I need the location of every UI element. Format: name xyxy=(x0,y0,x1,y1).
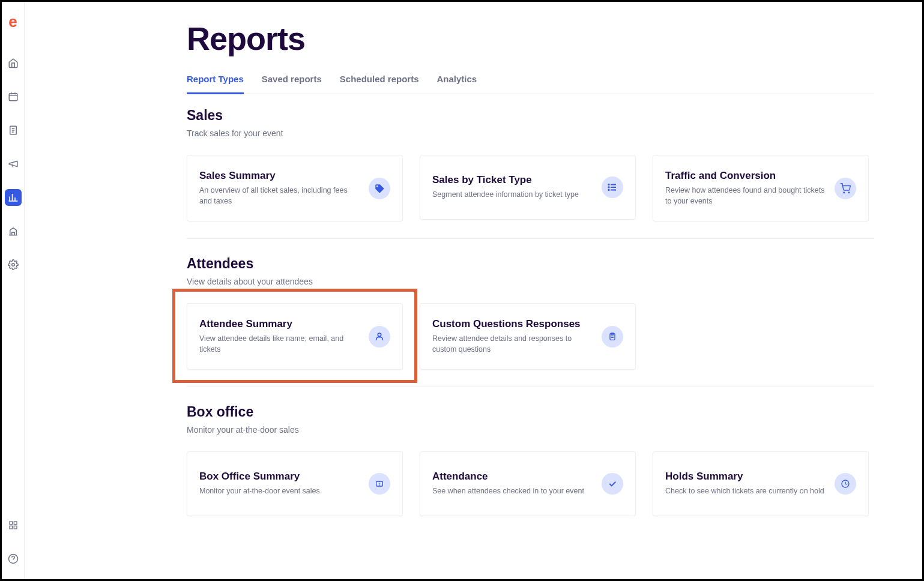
section-sales: Sales Track sales for your event Sales S… xyxy=(187,107,874,239)
card-desc: Check to see which tickets are currently… xyxy=(665,486,825,497)
svg-point-2 xyxy=(11,263,14,266)
page-title: Reports xyxy=(187,20,874,57)
list-icon xyxy=(602,176,623,198)
svg-rect-5 xyxy=(10,526,13,529)
main-content: Reports Report Types Saved reports Sched… xyxy=(187,20,874,550)
card-box-office-summary[interactable]: Box Office Summary Monitor your at-the-d… xyxy=(187,451,403,516)
clipboard-icon xyxy=(602,326,623,348)
svg-rect-3 xyxy=(10,522,13,525)
svg-point-9 xyxy=(608,187,609,188)
card-desc: An overview of all ticket sales, includi… xyxy=(199,185,359,206)
check-icon xyxy=(602,473,623,495)
section-sales-title: Sales xyxy=(187,107,874,124)
svg-rect-6 xyxy=(14,526,17,529)
tab-report-types[interactable]: Report Types xyxy=(187,74,244,94)
card-title: Sales by Ticket Type xyxy=(432,174,592,186)
card-title: Traffic and Conversion xyxy=(665,170,825,182)
tag-icon xyxy=(369,178,390,199)
card-desc: Monitor your at-the-door event sales xyxy=(199,486,359,497)
svg-point-13 xyxy=(378,333,381,336)
card-attendance[interactable]: Attendance See when attendees checked in… xyxy=(420,451,636,516)
section-boxoffice-subtitle: Monitor your at-the-door sales xyxy=(187,425,874,435)
section-sales-subtitle: Track sales for your event xyxy=(187,128,874,138)
nav-finance-icon[interactable] xyxy=(5,223,22,239)
nav-marketing-icon[interactable] xyxy=(5,155,22,172)
card-custom-questions[interactable]: Custom Questions Responses Review attend… xyxy=(420,303,636,370)
tab-saved-reports[interactable]: Saved reports xyxy=(262,74,322,94)
card-desc: Segment attendee information by ticket t… xyxy=(432,190,592,200)
sidebar: e xyxy=(2,2,25,579)
nav-help-icon[interactable] xyxy=(5,550,22,567)
card-desc: Review attendee details and responses to… xyxy=(432,334,592,355)
nav-calendar-icon[interactable] xyxy=(5,88,22,105)
card-holds-summary[interactable]: Holds Summary Check to see which tickets… xyxy=(653,451,869,516)
tab-scheduled-reports[interactable]: Scheduled reports xyxy=(340,74,419,94)
tab-bar: Report Types Saved reports Scheduled rep… xyxy=(187,74,874,94)
card-traffic-conversion[interactable]: Traffic and Conversion Review how attend… xyxy=(653,155,869,221)
nav-apps-icon[interactable] xyxy=(5,517,22,534)
cart-icon xyxy=(835,178,856,199)
card-sales-summary[interactable]: Sales Summary An overview of all ticket … xyxy=(187,155,403,221)
section-attendees-title: Attendees xyxy=(187,256,874,272)
section-attendees-subtitle: View details about your attendees xyxy=(187,277,874,286)
card-desc: View attendee details like name, email, … xyxy=(199,334,359,355)
clock-icon xyxy=(835,473,856,495)
card-title: Attendance xyxy=(432,471,592,483)
card-title: Custom Questions Responses xyxy=(432,318,592,330)
svg-point-11 xyxy=(844,192,845,193)
section-boxoffice: Box office Monitor your at-the-door sale… xyxy=(187,404,874,533)
card-title: Box Office Summary xyxy=(199,471,359,483)
nav-home-icon[interactable] xyxy=(5,55,22,71)
svg-rect-4 xyxy=(14,522,17,525)
card-title: Sales Summary xyxy=(199,170,359,182)
tab-analytics[interactable]: Analytics xyxy=(437,74,477,94)
card-desc: Review how attendees found and bought ti… xyxy=(665,185,825,206)
svg-point-10 xyxy=(608,190,609,191)
section-attendees: Attendees View details about your attend… xyxy=(187,256,874,387)
card-title: Attendee Summary xyxy=(199,318,359,330)
nav-reports-icon[interactable] xyxy=(5,189,22,206)
nav-orders-icon[interactable] xyxy=(5,122,22,139)
svg-point-8 xyxy=(608,184,609,185)
card-desc: See when attendees checked in to your ev… xyxy=(432,486,592,497)
card-title: Holds Summary xyxy=(665,471,825,483)
person-icon xyxy=(369,326,390,348)
ticket-icon xyxy=(369,473,390,495)
brand-logo[interactable]: e xyxy=(8,14,17,29)
card-sales-by-ticket-type[interactable]: Sales by Ticket Type Segment attendee in… xyxy=(420,155,636,220)
card-attendee-summary[interactable]: Attendee Summary View attendee details l… xyxy=(187,303,403,370)
section-boxoffice-title: Box office xyxy=(187,404,874,420)
svg-rect-0 xyxy=(9,94,17,101)
nav-settings-icon[interactable] xyxy=(5,256,22,273)
svg-point-12 xyxy=(848,192,850,193)
